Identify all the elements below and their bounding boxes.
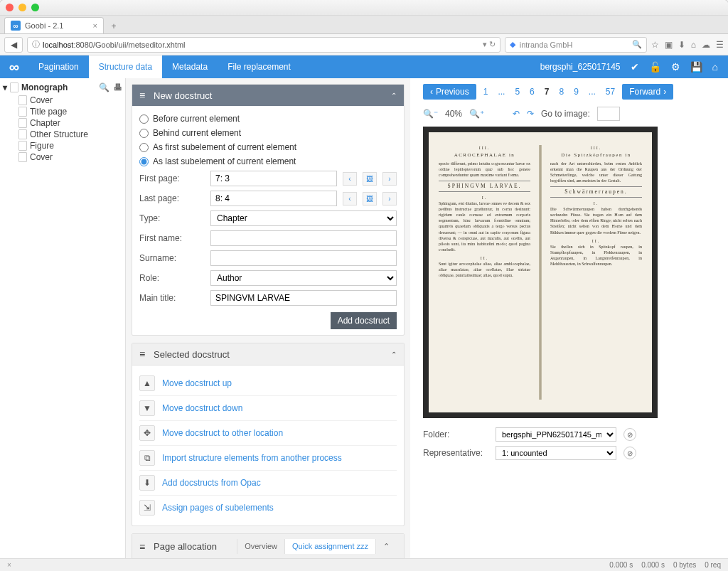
page-image[interactable]: III. ACROCEPHALAE in specie differunt, p… [423,127,658,418]
first-page-input[interactable] [210,171,337,186]
image-link-icon[interactable]: 🖼 [363,172,377,186]
page-link[interactable]: 9 [571,87,582,97]
representative-select[interactable]: 1: uncounted [496,446,616,460]
browser-tab[interactable]: ∞ Goobi - 2.1 × [4,17,104,33]
tree-root[interactable]: ▾ Monograph 🔍 🖶 [3,82,122,92]
page-link[interactable]: 6 [527,87,537,97]
position-radio[interactable]: Behind current element [139,126,397,140]
maintitle-input[interactable] [210,290,397,306]
pa-tab-quick[interactable]: Quick assignment zzz [284,539,375,554]
tab-pagination[interactable]: Pagination [28,55,89,78]
tab-favicon: ∞ [11,21,21,31]
tree-item[interactable]: Chapter [18,117,122,129]
prev-page-icon[interactable]: ‹ [343,172,357,186]
page-link[interactable]: 57 [603,87,618,97]
add-docstruct-button[interactable]: Add docstruct [331,312,397,329]
collapse-icon[interactable]: ⌃ [391,92,397,100]
last-page-input[interactable] [210,191,337,206]
unlock-icon[interactable]: 🔓 [649,61,661,73]
position-radio[interactable]: Before current element [139,112,397,126]
move-up-link[interactable]: Move docstruct up [162,378,232,388]
import-link[interactable]: Import structure elements from another p… [162,453,342,463]
panel-header[interactable]: Selected docstruct ⌃ [132,343,404,365]
move-down-link[interactable]: Move docstruct down [162,403,242,413]
tab-structure-data[interactable]: Structure data [89,55,162,78]
tree-item[interactable]: Figure [18,140,122,151]
confirm-icon[interactable]: ⊘ [623,447,636,459]
print-icon[interactable]: 🖶 [114,82,122,92]
firstname-input[interactable] [210,230,397,246]
add-opac-link[interactable]: Add docstructs from Opac [162,478,261,488]
image-link-icon[interactable]: 🖼 [363,192,377,206]
chat-icon[interactable]: ☁ [702,40,710,50]
position-radio[interactable]: As last subelement of current element [139,154,397,169]
search-icon[interactable]: 🔍 [99,82,109,92]
previous-button[interactable]: ‹ Previous [423,84,476,100]
panel-header[interactable]: New docstruct ⌃ [132,85,404,106]
pa-tab-overview[interactable]: Overview [237,539,284,554]
type-label: Type: [139,213,205,223]
maximize-window-button[interactable] [31,4,39,11]
close-icon[interactable]: × [7,561,11,569]
type-select[interactable]: Chapter [210,210,397,226]
check-icon[interactable]: ✔ [631,61,639,73]
back-button[interactable]: ◀ [4,37,23,53]
save-icon[interactable]: 💾 [690,61,702,73]
collapse-icon[interactable]: ⌃ [391,351,397,358]
pocket-icon[interactable]: ▣ [665,40,673,50]
downloads-icon[interactable]: ⬇ [678,40,685,50]
close-tab-icon[interactable]: × [93,21,97,30]
tree-item[interactable]: Title page [18,106,122,117]
assign-pages-link[interactable]: Assign pages of subelements [162,503,274,513]
page-ellipsis: ... [586,87,599,97]
move-other-link[interactable]: Move docstruct to other location [162,428,283,438]
tab-file-replacement[interactable]: File replacement [218,55,301,78]
structure-tree-panel: ▾ Monograph 🔍 🖶 Cover Title page Chapter… [0,78,126,558]
selected-docstruct-panel: Selected docstruct ⌃ ▲Move docstruct up … [132,343,405,526]
home-icon[interactable]: ⌂ [712,61,718,73]
menu-icon [139,541,148,553]
tab-metadata[interactable]: Metadata [162,55,218,78]
app-logo[interactable]: ∞ [0,55,28,78]
position-radio[interactable]: As first subelement of current element [139,140,397,154]
page-link[interactable]: 1 [481,87,491,97]
surname-input[interactable] [210,250,397,266]
collapse-icon[interactable]: ⌃ [375,539,397,554]
go-to-image-input[interactable] [597,107,620,121]
panel-header[interactable]: Page allocation Overview Quick assignmen… [132,534,404,558]
tree-item[interactable]: Cover [18,151,122,163]
role-select[interactable]: Author [210,270,397,286]
close-window-button[interactable] [6,4,14,11]
import-icon: ⧉ [139,450,155,466]
bookmark-icon[interactable]: ☆ [651,40,659,50]
minimize-window-button[interactable] [18,4,26,11]
tree-item[interactable]: Cover [18,95,122,106]
next-page-icon[interactable]: › [382,192,397,206]
gear-icon[interactable]: ⚙ [671,61,680,73]
menu-icon[interactable]: ☰ [716,40,724,50]
surname-label: Surname: [139,253,205,263]
page-link[interactable]: 5 [512,87,523,97]
collapse-icon[interactable]: ▾ [3,82,7,92]
rotate-right-icon[interactable]: ↷ [527,109,534,119]
document-icon [18,129,27,139]
prev-page-icon[interactable]: ‹ [343,192,357,206]
tree-item[interactable]: Other Structure [18,129,122,140]
browser-search[interactable]: ◆ intranda GmbH 🔍 [505,37,647,53]
zoom-out-icon[interactable]: 🔍⁻ [423,109,438,119]
assign-icon: ⇲ [139,500,155,516]
document-icon [18,107,27,117]
home-icon[interactable]: ⌂ [691,40,696,50]
zoom-in-icon[interactable]: 🔍⁺ [469,109,484,119]
confirm-icon[interactable]: ⊘ [623,428,636,441]
page-col-title: Schwärmerraupen. [550,186,642,198]
forward-button[interactable]: Forward › [622,84,673,100]
page-link[interactable]: 8 [556,87,567,97]
new-tab-button[interactable]: + [105,19,122,33]
next-page-icon[interactable]: › [382,172,397,186]
first-page-label: First page: [139,174,205,183]
url-input[interactable]: ⓘ localhost:8080/Goobi/uii/metseditor.xh… [27,37,500,53]
rotate-left-icon[interactable]: ↶ [513,109,520,119]
go-to-image-label: Go to image: [541,109,590,119]
folder-select[interactable]: bergsphi_PPN625017145_media [496,427,616,442]
